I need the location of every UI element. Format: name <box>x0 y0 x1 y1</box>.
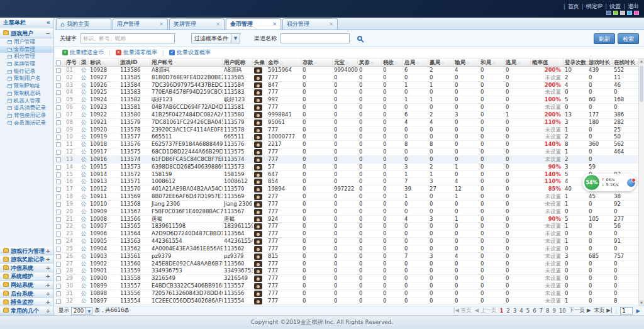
table-row[interactable]: 09公1092011357823920C3AC1CF4114AE0F8B9F52… <box>55 126 638 134</box>
row-checkbox-cell[interactable] <box>55 216 65 223</box>
row-checkbox-cell[interactable] <box>55 178 65 185</box>
checkbox[interactable] <box>56 60 61 65</box>
table-row[interactable]: 10公1091911357766551166551110000777000000… <box>55 133 638 141</box>
row-checkbox-cell[interactable] <box>55 171 65 178</box>
select-all-checkbox-cell[interactable] <box>55 59 65 66</box>
search-button[interactable]: 检索 <box>618 33 639 44</box>
toolbar-button[interactable]: +批量赠送金币 <box>58 48 108 57</box>
row-checkbox-cell[interactable] <box>55 164 65 170</box>
checkbox[interactable] <box>56 202 61 207</box>
column-header[interactable]: 赢局△ <box>428 59 453 66</box>
column-header[interactable]: 金币△ <box>267 59 301 66</box>
row-checkbox-cell[interactable] <box>55 126 65 133</box>
sort-icon[interactable]: △ <box>467 59 470 66</box>
close-icon[interactable]: × <box>216 19 220 30</box>
topbar-link[interactable]: 设置 <box>609 3 621 9</box>
sidebar-item[interactable]: 限制IP地址 <box>0 82 53 90</box>
keyword-input[interactable] <box>80 33 175 43</box>
table-row[interactable]: 04公10925113583770EAB4578F94D259C8CC8203B… <box>55 89 638 96</box>
checkbox[interactable] <box>56 284 61 289</box>
column-header[interactable]: 用户昵称 <box>223 59 253 66</box>
sidebar-item[interactable]: 奖牌管理 <box>0 60 53 68</box>
column-header[interactable]: 存款△ <box>301 59 333 66</box>
column-header[interactable]: 逃局△ <box>504 59 531 66</box>
sidebar-item[interactable]: 银行记录 <box>0 68 53 75</box>
checkbox[interactable] <box>56 105 61 110</box>
column-header[interactable]: 游戏时长△ <box>587 59 613 66</box>
column-header[interactable]: 标识△ <box>89 59 119 66</box>
scroll-down-icon[interactable]: ▼ <box>639 300 644 306</box>
close-icon[interactable]: × <box>329 19 333 30</box>
sidebar-item[interactable]: 限制用户名 <box>0 75 53 82</box>
theme-color-swatch[interactable] <box>627 11 632 15</box>
checkbox[interactable] <box>56 75 61 81</box>
table-row[interactable]: 13公1091611357461FDB6FCA5C84C8CBF7EE9232A… <box>55 156 638 164</box>
table-row[interactable]: 11公10918113576E625737FE9184A6888449B4CEC… <box>55 141 638 148</box>
page-number[interactable]: 7 <box>540 308 543 314</box>
column-header[interactable]: 登录次数△ <box>564 59 587 66</box>
table-row[interactable]: 18公109111135698B072EE6AF6D47D1957E3ACC5E… <box>55 193 638 201</box>
sidebar-item[interactable]: 积分管理 <box>0 53 53 60</box>
table-row[interactable]: 14公109151135736398D8CD2685406398869C85A9… <box>55 164 638 171</box>
table-row[interactable]: 22公1090711356518396115981839611598777000… <box>55 223 638 230</box>
toolbar-button[interactable]: ✓批量设置概率 <box>165 48 214 57</box>
sort-icon[interactable]: △ <box>518 59 521 66</box>
page-number[interactable]: 10 <box>559 308 566 314</box>
expand-plus-icon[interactable]: + <box>45 306 50 316</box>
collapse-minus-icon[interactable]: − <box>45 28 50 38</box>
row-checkbox-cell[interactable] <box>55 104 65 111</box>
sidebar-item[interactable]: 用户管理 <box>0 38 53 46</box>
row-checkbox-cell[interactable] <box>55 208 65 215</box>
theme-color-swatch[interactable] <box>620 11 625 15</box>
page-number[interactable]: 1 <box>500 308 504 314</box>
table-row[interactable]: 25公109041135624A0004E43EA3461E856AE8E8B2… <box>55 245 638 253</box>
row-checkbox-cell[interactable] <box>55 111 65 118</box>
checkbox[interactable] <box>56 239 61 244</box>
column-header[interactable]: 和局△ <box>479 59 504 66</box>
table-row[interactable]: 24公1090511356344236155444236155477700000… <box>55 238 638 245</box>
row-checkbox-cell[interactable] <box>55 275 65 282</box>
table-row[interactable]: 20公10909113567F5BF0C036F1E40288BAC744083… <box>55 208 638 216</box>
sort-icon[interactable]: △ <box>492 59 496 66</box>
close-icon[interactable]: × <box>272 19 277 30</box>
refresh-button[interactable]: 刷新 <box>594 33 615 44</box>
column-header[interactable]: 游戏ID <box>119 59 150 66</box>
tab-我的主页[interactable]: ⌂我的主页 <box>56 18 111 30</box>
chevron-down-icon[interactable]: ▼ <box>231 34 240 43</box>
goto-page-button[interactable]: ▶ <box>636 308 640 314</box>
row-checkbox-cell[interactable] <box>55 141 65 148</box>
row-checkbox-cell[interactable] <box>55 253 65 260</box>
column-header[interactable]: 在线时长△ <box>613 59 639 66</box>
sidebar-group-game-users[interactable]: 游戏用户 − <box>0 28 53 38</box>
checkbox[interactable] <box>56 128 61 133</box>
row-checkbox-cell[interactable] <box>55 186 65 192</box>
sort-icon[interactable]: △ <box>280 59 283 66</box>
table-row[interactable]: 31公1089811355672057613260843D78DD4652703… <box>55 290 638 298</box>
table-row[interactable]: 15公1091411357215815915815964700001100014… <box>55 171 638 179</box>
topbar-link[interactable]: 首页 <box>568 3 579 9</box>
checkbox[interactable] <box>56 120 61 125</box>
row-checkbox-cell[interactable] <box>55 156 65 163</box>
row-checkbox-cell[interactable] <box>55 133 65 140</box>
sidebar-group[interactable]: 常用的几个+ <box>0 306 53 315</box>
last-page-button[interactable]: 末页 ▶| <box>594 307 612 315</box>
checkbox[interactable] <box>56 150 61 155</box>
sidebar-item[interactable]: 背包使用记录 <box>0 112 53 120</box>
table-row[interactable]: 16公1091311357110086121008612854000073400… <box>55 178 638 186</box>
checkbox[interactable] <box>56 98 61 103</box>
checkbox[interactable] <box>56 217 61 222</box>
chevron-down-icon[interactable]: ▼ <box>86 308 92 314</box>
column-header[interactable]: 头像 <box>253 59 267 66</box>
checkbox[interactable] <box>56 209 61 215</box>
pagesize-select[interactable]: 200 ▼ <box>71 307 92 315</box>
sort-icon[interactable]: △ <box>346 59 349 66</box>
probability-filter-dropdown[interactable]: 过滤概率条件 ▼ <box>191 33 240 43</box>
row-checkbox-cell[interactable] <box>55 67 65 74</box>
row-checkbox-cell[interactable] <box>55 290 65 297</box>
table-row[interactable]: 08公109211135797DC81061FC29426CBA04569AE7… <box>55 119 638 126</box>
column-header[interactable]: 概率值 <box>531 59 564 66</box>
row-checkbox-cell[interactable] <box>55 282 65 289</box>
row-checkbox-cell[interactable] <box>55 298 65 304</box>
column-header[interactable]: 输局△ <box>453 59 479 66</box>
search-icon[interactable] <box>357 36 362 41</box>
